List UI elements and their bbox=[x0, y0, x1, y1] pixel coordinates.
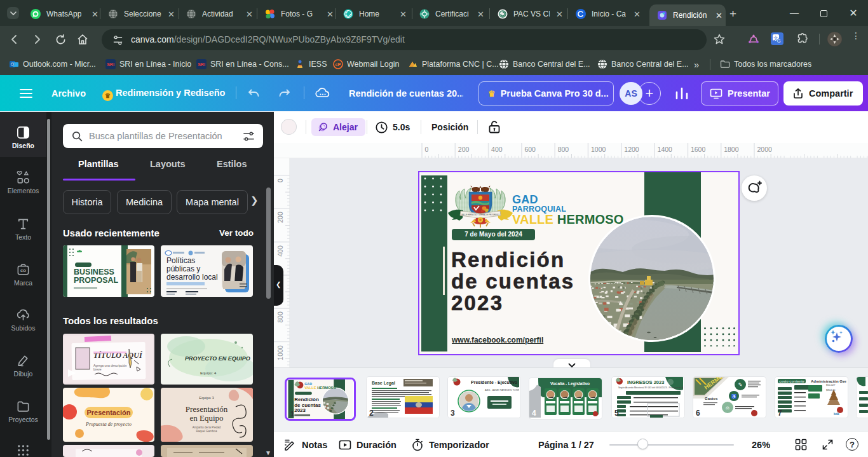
svg-text:3: 3 bbox=[451, 409, 455, 418]
svg-text:PROPOSAL: PROPOSAL bbox=[74, 276, 119, 285]
svg-text:♿: ♿ bbox=[731, 393, 737, 399]
svg-text:públicas y: públicas y bbox=[166, 264, 200, 273]
svg-text:Equipo: 4: Equipo: 4 bbox=[200, 371, 217, 375]
svg-text:Gastos: Gastos bbox=[705, 397, 718, 400]
svg-text:⚖: ⚖ bbox=[726, 406, 729, 410]
svg-text:2: 2 bbox=[369, 409, 374, 418]
svg-text:cP: cP bbox=[335, 62, 341, 67]
svg-text:BUSINESS: BUSINESS bbox=[74, 268, 114, 276]
svg-text:ABG. JAIME PAREDES TORRES: ABG. JAIME PAREDES TORRES bbox=[485, 388, 519, 392]
svg-text:Vocalía - Legislativo: Vocalía - Legislativo bbox=[550, 381, 590, 386]
svg-text:Base Legal: Base Legal bbox=[372, 381, 395, 386]
svg-text:$804,20: $804,20 bbox=[826, 388, 836, 392]
svg-text:desarrollo local: desarrollo local bbox=[166, 273, 218, 282]
svg-text:Equipo 3: Equipo 3 bbox=[199, 396, 214, 400]
svg-text:7: 7 bbox=[778, 409, 782, 418]
svg-text:de cuentas: de cuentas bbox=[294, 402, 321, 408]
svg-text:1: 1 bbox=[290, 410, 294, 418]
svg-text:5: 5 bbox=[614, 409, 619, 418]
svg-text:SRI: SRI bbox=[107, 62, 114, 67]
svg-text:Presentación: Presentación bbox=[186, 404, 228, 414]
svg-text:4: 4 bbox=[532, 409, 536, 418]
svg-text:Propuesta de proyecto: Propuesta de proyecto bbox=[85, 421, 132, 427]
svg-text:co: co bbox=[20, 268, 26, 273]
svg-text:6: 6 bbox=[696, 409, 700, 418]
svg-text:breve: breve bbox=[93, 367, 102, 371]
svg-text:Políticas: Políticas bbox=[166, 256, 195, 265]
svg-text:2023: 2023 bbox=[294, 407, 306, 413]
svg-text:bde: bde bbox=[834, 412, 839, 416]
svg-text:Amparito de la Piedad: Amparito de la Piedad bbox=[193, 426, 221, 429]
svg-text:Presidente - Ejecutivo: Presidente - Ejecutivo bbox=[471, 380, 517, 385]
svg-text:VALLE HERMOSO: VALLE HERMOSO bbox=[304, 386, 336, 390]
svg-text:Según Acuerdo Ministerial Nº 0: Según Acuerdo Ministerial Nº 063 del 06/… bbox=[618, 386, 683, 389]
svg-text:$50.427: $50.427 bbox=[826, 383, 836, 386]
svg-text:GAD: GAD bbox=[304, 382, 312, 386]
svg-text:Raquel Gamboa: Raquel Gamboa bbox=[196, 430, 217, 433]
svg-text:G: G bbox=[777, 38, 781, 44]
svg-text:INGRESOS 2023: INGRESOS 2023 bbox=[627, 379, 664, 385]
svg-text:SRI: SRI bbox=[198, 62, 205, 67]
svg-text:costo corriente: costo corriente bbox=[779, 379, 804, 383]
svg-text:VALLE HERMOSO TIERRA DE PROGRE: VALLE HERMOSO TIERRA DE PROGRESO bbox=[461, 214, 500, 216]
svg-text:en Equipo: en Equipo bbox=[189, 413, 223, 423]
svg-text:Presentación: Presentación bbox=[86, 409, 130, 416]
svg-text:PROYECTO EN EQUIPO: PROYECTO EN EQUIPO bbox=[185, 355, 250, 362]
svg-text:Rendición: Rendición bbox=[294, 397, 319, 402]
svg-text:✎: ✎ bbox=[738, 382, 743, 388]
